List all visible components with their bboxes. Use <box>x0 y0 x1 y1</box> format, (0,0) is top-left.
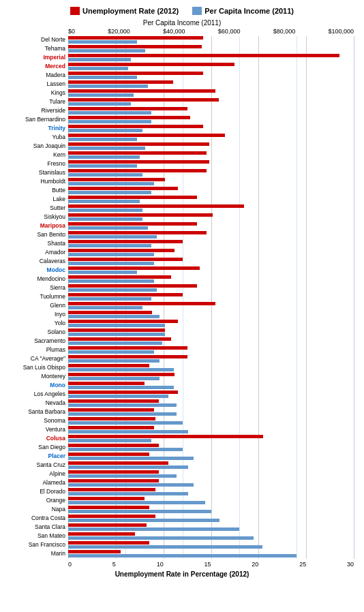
unemployment-bar <box>68 249 175 252</box>
income-bar <box>68 368 174 371</box>
unemployment-bar <box>68 72 203 75</box>
county-label: Santa Cruz <box>7 461 65 469</box>
top-axis-tick: $0 <box>68 28 75 35</box>
county-label: El Dorado <box>7 488 65 495</box>
income-bar <box>68 164 137 168</box>
list-item: Siskiyou <box>68 213 354 221</box>
income-bar <box>68 510 211 513</box>
list-item: Sonoma <box>68 417 354 425</box>
county-label: Alameda <box>7 479 65 487</box>
top-axis-tick: $20,000 <box>108 28 130 35</box>
top-axis: $0$20,000$40,000$60,000$80,000$100,000 <box>7 28 357 35</box>
income-bar <box>68 545 262 549</box>
income-bar <box>68 430 188 433</box>
unemployment-bar <box>68 36 203 40</box>
income-bar <box>68 85 148 88</box>
legend-label-red: Unemployment Rate (2012) <box>82 7 179 15</box>
income-bar <box>68 244 151 247</box>
bottom-axis-tick: 20 <box>252 561 258 568</box>
unemployment-bar <box>68 293 183 296</box>
unemployment-bar <box>68 373 175 376</box>
list-item: San Joaquin <box>68 142 354 150</box>
income-bar <box>68 58 131 61</box>
county-label: Sutter <box>7 204 65 212</box>
list-item: Santa Barbara <box>68 408 354 416</box>
list-item: Sierra <box>68 284 354 292</box>
unemployment-bar <box>68 231 207 234</box>
unemployment-bar <box>68 470 159 474</box>
income-bar <box>68 483 194 487</box>
income-bar <box>68 448 183 451</box>
list-item: Inyo <box>68 311 354 318</box>
unemployment-bar <box>68 364 149 367</box>
income-bar <box>68 271 137 274</box>
unemployment-bar <box>68 169 207 172</box>
list-item: Marin <box>68 550 354 557</box>
county-label: San Mateo <box>7 532 65 540</box>
income-bar <box>68 253 154 256</box>
unemployment-bar <box>68 435 263 438</box>
list-item: Contra Costa <box>68 515 354 522</box>
county-label: Lake <box>7 196 65 203</box>
income-bar <box>68 235 157 239</box>
county-label: Sonoma <box>7 417 65 425</box>
county-label: Placer <box>7 453 65 460</box>
income-bar <box>68 333 165 336</box>
bottom-axis-tick: 5 <box>112 561 116 568</box>
income-bar <box>68 306 142 309</box>
list-item: Kern <box>68 151 354 159</box>
unemployment-bar <box>68 355 187 358</box>
unemployment-bar <box>68 98 219 102</box>
county-label: Plumas <box>7 346 65 354</box>
list-item: Sutter <box>68 204 354 212</box>
income-bar <box>68 403 177 407</box>
county-label: Kings <box>7 89 65 97</box>
county-label: Mariposa <box>7 222 65 230</box>
income-bar <box>68 226 148 230</box>
county-label: Colusa <box>7 435 65 442</box>
unemployment-bar <box>68 479 159 483</box>
county-label: Yolo <box>7 320 65 327</box>
county-label: Nevada <box>7 399 65 407</box>
list-item: Alameda <box>68 479 354 487</box>
unemployment-bar <box>68 541 149 545</box>
list-item: Los Angeles <box>68 391 354 398</box>
unemployment-bar <box>68 532 135 536</box>
list-item: Trinity <box>68 125 354 132</box>
list-item: Colusa <box>68 435 354 442</box>
income-bar <box>68 474 177 478</box>
income-bar <box>68 147 145 150</box>
income-bar <box>68 377 160 380</box>
county-label: San Francisco <box>7 541 65 549</box>
unemployment-bar <box>68 275 171 279</box>
income-bar <box>68 501 205 504</box>
list-item: Yolo <box>68 320 354 327</box>
income-bar <box>68 279 154 283</box>
list-item: Santa Clara <box>68 523 354 531</box>
income-bar <box>68 102 131 106</box>
bottom-axis-tick: 0 <box>68 561 72 568</box>
list-item: San Benito <box>68 231 354 239</box>
legend-box-red <box>70 7 80 15</box>
list-item: San Luis Obispo <box>68 364 354 371</box>
income-bar <box>68 129 142 132</box>
list-item: Amador <box>68 249 354 256</box>
unemployment-bar <box>68 311 152 314</box>
top-axis-label: Per Capita Income (2011) <box>7 19 357 27</box>
income-bar <box>68 386 174 389</box>
county-label: San Benito <box>7 231 65 239</box>
county-label: San Bernardino <box>7 116 65 123</box>
county-label: Kern <box>7 151 65 159</box>
county-label: Sierra <box>7 284 65 292</box>
income-bar <box>68 421 183 425</box>
county-label: Modoc <box>7 266 65 274</box>
list-item: San Mateo <box>68 532 354 540</box>
county-label: Ventura <box>7 426 65 433</box>
legend-item-blue: Per Capita Income (2011) <box>192 7 294 15</box>
county-label: Solano <box>7 328 65 336</box>
county-label: Imperial <box>7 54 65 61</box>
income-bar <box>68 395 168 398</box>
county-label: Merced <box>7 63 65 70</box>
unemployment-bar <box>68 89 215 93</box>
unemployment-bar <box>68 258 183 261</box>
